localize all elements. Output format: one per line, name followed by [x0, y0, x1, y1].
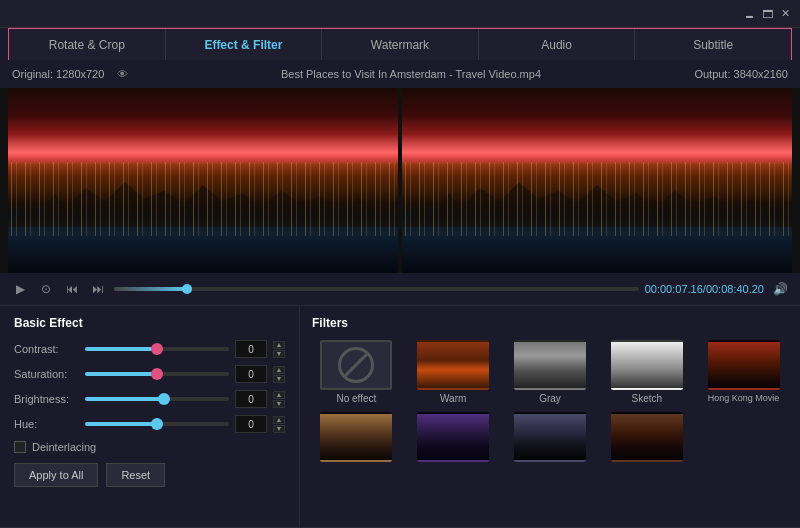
hue-down[interactable]: ▼ [273, 425, 285, 433]
brightness-up[interactable]: ▲ [273, 391, 285, 399]
progress-fill [114, 287, 187, 291]
brightness-thumb[interactable] [158, 393, 170, 405]
video-panel-left [8, 88, 398, 273]
filter-r2c[interactable] [506, 412, 595, 465]
filters-panel: Filters No effect Warm Gray [300, 306, 800, 527]
hue-stepper[interactable]: ▲ ▼ [273, 416, 285, 433]
output-info: Output: 3840x2160 [694, 68, 788, 80]
contrast-fill [85, 347, 157, 351]
filters-grid: No effect Warm Gray Sketch Hong Kong Mov… [312, 340, 788, 465]
hue-thumb[interactable] [151, 418, 163, 430]
brightness-stepper[interactable]: ▲ ▼ [273, 391, 285, 408]
deinterlace-row: Deinterlacing [14, 441, 285, 453]
filter-thumb-hk [708, 340, 780, 390]
video-preview-left [8, 88, 398, 273]
reset-button[interactable]: Reset [106, 463, 165, 487]
saturation-down[interactable]: ▼ [273, 375, 285, 383]
contrast-value[interactable]: 0 [235, 340, 267, 358]
hue-slider[interactable] [85, 422, 229, 426]
filter-r2b[interactable] [409, 412, 498, 465]
apply-to-all-button[interactable]: Apply to All [14, 463, 98, 487]
progress-thumb[interactable] [182, 284, 192, 294]
filter-no-effect[interactable]: No effect [312, 340, 401, 404]
filter-r2d[interactable] [602, 412, 691, 465]
filter-r2a[interactable] [312, 412, 401, 465]
filter-thumb-no-effect [320, 340, 392, 390]
time-display: 00:00:07.16/00:08:40.20 [645, 283, 764, 295]
contrast-label: Contrast: [14, 343, 79, 355]
video-preview-right [402, 88, 792, 273]
tab-effect-filter[interactable]: Effect & Filter [166, 29, 323, 60]
filter-hk-movie[interactable]: Hong Kong Movie [699, 340, 788, 404]
volume-button[interactable]: 🔊 [770, 279, 790, 299]
tab-subtitle[interactable]: Subtitle [635, 29, 791, 60]
lights-left [8, 162, 398, 236]
tab-rotate-crop[interactable]: Rotate & Crop [9, 29, 166, 60]
next-frame-button[interactable]: ⏭ [88, 279, 108, 299]
lights-right [402, 162, 792, 236]
close-button[interactable]: ✕ [778, 7, 792, 21]
filter-thumb-r2c [514, 412, 586, 462]
deinterlace-label: Deinterlacing [32, 441, 96, 453]
contrast-thumb[interactable] [151, 343, 163, 355]
saturation-slider[interactable] [85, 372, 229, 376]
filter-gray[interactable]: Gray [506, 340, 595, 404]
video-area [0, 88, 800, 273]
saturation-thumb[interactable] [151, 368, 163, 380]
info-bar: Original: 1280x720 👁 Best Places to Visi… [0, 60, 800, 88]
video-panel-right [402, 88, 792, 273]
hue-value[interactable]: 0 [235, 415, 267, 433]
filename: Best Places to Visit In Amsterdam - Trav… [128, 68, 695, 80]
brightness-slider[interactable] [85, 397, 229, 401]
bottom-panel: Basic Effect Contrast: 0 ▲ ▼ Saturation:… [0, 305, 800, 527]
filter-thumb-warm [417, 340, 489, 390]
play-button[interactable]: ▶ [10, 279, 30, 299]
minimize-button[interactable]: 🗕 [742, 7, 756, 21]
effect-panel: Basic Effect Contrast: 0 ▲ ▼ Saturation:… [0, 306, 300, 527]
filter-warm[interactable]: Warm [409, 340, 498, 404]
eye-icon[interactable]: 👁 [117, 68, 128, 80]
tab-watermark[interactable]: Watermark [322, 29, 479, 60]
saturation-fill [85, 372, 157, 376]
hue-up[interactable]: ▲ [273, 416, 285, 424]
original-label: Original: [12, 68, 53, 80]
saturation-value[interactable]: 0 [235, 365, 267, 383]
stop-button[interactable]: ⊙ [36, 279, 56, 299]
filter-label-warm: Warm [440, 393, 466, 404]
brightness-fill [85, 397, 164, 401]
contrast-slider[interactable] [85, 347, 229, 351]
saturation-stepper[interactable]: ▲ ▼ [273, 366, 285, 383]
hue-fill [85, 422, 157, 426]
effect-title: Basic Effect [14, 316, 285, 330]
contrast-row: Contrast: 0 ▲ ▼ [14, 340, 285, 358]
brightness-down[interactable]: ▼ [273, 400, 285, 408]
time-total: 00:08:40.20 [706, 283, 764, 295]
brightness-value[interactable]: 0 [235, 390, 267, 408]
tab-bar: Rotate & Crop Effect & Filter Watermark … [8, 28, 792, 60]
filter-label-hk: Hong Kong Movie [708, 393, 780, 403]
filter-thumb-r2d [611, 412, 683, 462]
tab-audio[interactable]: Audio [479, 29, 636, 60]
saturation-label: Saturation: [14, 368, 79, 380]
filter-label-gray: Gray [539, 393, 561, 404]
no-effect-icon [338, 347, 374, 383]
action-buttons: Apply to All Reset [14, 463, 285, 487]
no-effect-line [345, 353, 368, 376]
contrast-down[interactable]: ▼ [273, 350, 285, 358]
filter-thumb-r2a [320, 412, 392, 462]
deinterlace-checkbox[interactable] [14, 441, 26, 453]
filter-thumb-sketch [611, 340, 683, 390]
contrast-stepper[interactable]: ▲ ▼ [273, 341, 285, 358]
brightness-label: Brightness: [14, 393, 79, 405]
contrast-up[interactable]: ▲ [273, 341, 285, 349]
filter-thumb-r2b [417, 412, 489, 462]
filters-title: Filters [312, 316, 788, 330]
filter-sketch[interactable]: Sketch [602, 340, 691, 404]
progress-bar[interactable] [114, 287, 639, 291]
filter-thumb-gray [514, 340, 586, 390]
maximize-button[interactable]: 🗖 [760, 7, 774, 21]
prev-frame-button[interactable]: ⏮ [62, 279, 82, 299]
output-res: 3840x2160 [734, 68, 788, 80]
original-info: Original: 1280x720 👁 [12, 68, 128, 80]
saturation-up[interactable]: ▲ [273, 366, 285, 374]
